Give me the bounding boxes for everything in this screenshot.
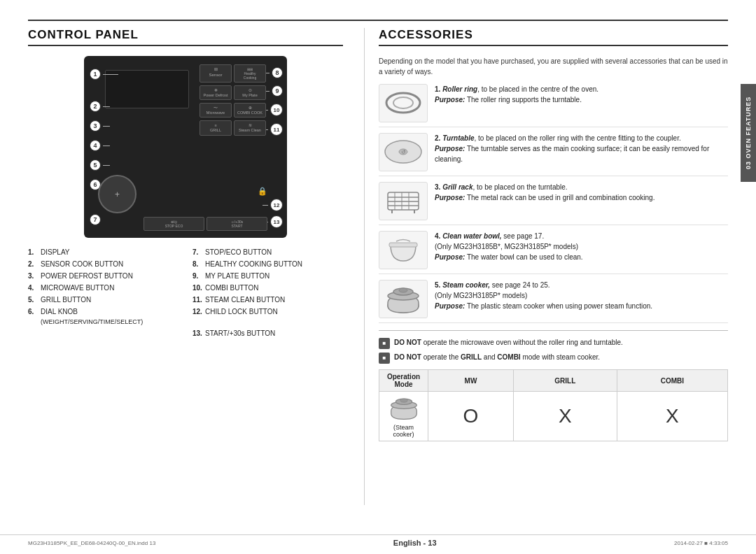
legend-item-10: 10. COMBI BUTTON — [192, 283, 343, 293]
callout-1: 1 — [90, 69, 101, 80]
svg-rect-14 — [389, 243, 417, 247]
grill-btn[interactable]: ≡GRILL — [200, 120, 232, 135]
healthy-cooking-btn[interactable]: ⊞⊞Healthy Cooking — [234, 64, 266, 83]
roller-ring-image — [379, 84, 428, 122]
mw-symbol-cell: O — [428, 392, 514, 441]
accessory-row-3: 3. Grill rack, to be placed on the turnt… — [379, 182, 728, 225]
callout-11: 11 — [270, 123, 283, 136]
mw-o-symbol: O — [463, 405, 479, 427]
accessory-text-3: 3. Grill rack, to be placed on the turnt… — [435, 182, 728, 203]
footer: MG23H3185PK_EE_DE68-04240Q-00_EN.indd 13… — [0, 534, 756, 547]
callout-12: 12 — [270, 199, 283, 211]
accessory-text-5: 5. Steam cooker, see page 24 to 25. (Onl… — [435, 280, 728, 311]
dial-knob[interactable]: + — [98, 175, 136, 213]
accessories-intro: Depending on the model that you have pur… — [379, 56, 728, 77]
footer-right: 2014-02-27 ■ 4:33:05 — [674, 540, 728, 546]
accessory-row-1: 1. Roller ring, to be placed in the cent… — [379, 84, 728, 127]
sensor-btn[interactable]: ⊞Sensor — [200, 64, 232, 83]
divider — [379, 330, 728, 331]
table-row-steam: (Steam cooker) O X X — [379, 392, 728, 441]
callout-3: 3 — [90, 120, 101, 132]
operation-mode-table: Operation Mode MW GRILL COMBI — [379, 369, 728, 441]
my-plate-btn[interactable]: ⊙My Plate — [234, 85, 266, 100]
accessory-text-4: 4. Clean water bowl, see page 17. (Only … — [435, 231, 728, 262]
callout-8: 8 — [272, 67, 283, 78]
accessory-row-5: 5. Steam cooker, see page 24 to 25. (Onl… — [379, 280, 728, 323]
legend-item-3: 3. POWER DEFROST BUTTON — [28, 271, 178, 281]
sidebar-tab: 03 OVEN FEATURES — [741, 84, 756, 182]
bottom-buttons: ⊗/◎STOP ECO ☺/+30sSTART — [144, 217, 267, 231]
microwave-btn[interactable]: 〜Microwave — [200, 103, 232, 118]
legend-item-6: 6. DIAL KNOB(WEIGHT/SERVING/TIME/SELECT) — [28, 307, 178, 327]
svg-point-0 — [386, 93, 420, 113]
steam-cooker-label: (Steam cooker) — [385, 424, 422, 438]
callout-9: 9 — [272, 85, 283, 97]
legend-item-4: 4. MICROWAVE BUTTON — [28, 283, 178, 293]
right-column: ACCESSORIES Depending on the model that … — [364, 28, 728, 505]
diagram-container: 1 2 3 4 — [28, 56, 343, 238]
legend-item-11: 11. STEAM CLEAN BUTTON — [192, 295, 343, 305]
steam-cooker-image — [379, 280, 428, 318]
steam-clean-btn[interactable]: ≋Steam Clean — [234, 120, 266, 135]
combi-symbol-cell: X — [617, 392, 727, 441]
warning-1: ■ DO NOT operate the microwave oven with… — [379, 338, 728, 349]
accessory-row-4: 4. Clean water bowl, see page 17. (Only … — [379, 231, 728, 274]
legend-item-5: 5. GRILL BUTTON — [28, 295, 178, 305]
accessories-heading: ACCESSORIES — [379, 28, 728, 46]
warning-icon-1: ■ — [379, 338, 390, 349]
water-bowl-image — [379, 231, 428, 269]
legend-item-1: 1. DISPLAY — [28, 248, 178, 257]
footer-left: MG23H3185PK_EE_DE68-04240Q-00_EN.indd 13 — [28, 540, 155, 546]
callout-13: 13 — [270, 215, 283, 228]
power-defrost-btn[interactable]: ❄Power Defrost — [200, 85, 232, 100]
svg-point-21 — [400, 399, 407, 402]
microwave-diagram: 1 2 3 4 — [84, 56, 287, 238]
accessory-row-2: ↺ 2. Turntable, to be placed on the roll… — [379, 133, 728, 176]
col-header-combi: COMBI — [617, 370, 727, 392]
callout-5: 5 — [90, 159, 101, 171]
turntable-image: ↺ — [379, 133, 428, 171]
steam-cooker-cell: (Steam cooker) — [379, 392, 428, 441]
warning-icon-2: ■ — [379, 353, 390, 364]
stop-eco-btn[interactable]: ⊗/◎STOP ECO — [144, 217, 204, 231]
col-header-mw: MW — [428, 370, 514, 392]
start-btn[interactable]: ☺/+30sSTART — [206, 217, 267, 231]
callout-4: 4 — [90, 140, 101, 151]
svg-point-18 — [399, 288, 407, 292]
accessory-text-2: 2. Turntable, to be placed on the roller… — [435, 133, 728, 164]
legend-item-2: 2. SENSOR COOK BUTTON — [28, 260, 178, 269]
control-panel-heading: CONTROL PANEL — [28, 28, 343, 46]
legend-item-9: 9. MY PLATE BUTTON — [192, 271, 343, 281]
acc-num-1: 1. Roller ring, to be placed in the cent… — [435, 85, 598, 104]
legend-item-13: 13. START/+30s BUTTON — [192, 329, 343, 339]
accessory-text-1: 1. Roller ring, to be placed in the cent… — [435, 84, 728, 105]
lock-icon: 🔒 — [258, 187, 267, 196]
col-header-grill: GRILL — [513, 370, 617, 392]
combi-btn[interactable]: ⊕COMBI COOK — [234, 103, 266, 118]
warning-2: ■ DO NOT operate the GRILL and COMBI mod… — [379, 353, 728, 364]
callout-10: 10 — [270, 104, 283, 116]
legend-item-7: 7. STOP/ECO BUTTON — [192, 248, 343, 257]
combi-x-symbol: X — [666, 405, 679, 427]
legend-item-8: 8. HEALTHY COOKING BUTTON — [192, 260, 343, 269]
legend-grid: 1. DISPLAY 7. STOP/ECO BUTTON 2. SENSOR … — [28, 248, 343, 339]
grill-rack-image — [379, 182, 428, 220]
left-column: CONTROL PANEL 1 2 — [28, 28, 364, 505]
grill-x-symbol: X — [559, 405, 572, 427]
svg-text:↺: ↺ — [401, 149, 406, 155]
legend-item-12: 12. CHILD LOCK BUTTON — [192, 307, 343, 327]
callout-2: 2 — [90, 101, 101, 112]
svg-point-1 — [393, 97, 413, 108]
footer-center: English - 13 — [393, 539, 437, 547]
grill-symbol-cell: X — [513, 392, 617, 441]
col-header-mode: Operation Mode — [379, 370, 428, 392]
